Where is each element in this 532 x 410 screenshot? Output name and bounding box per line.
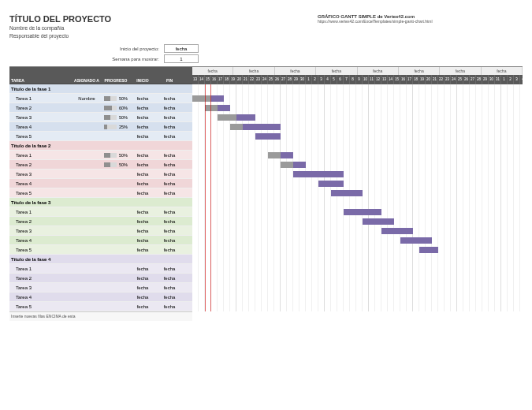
day-header-cell: 24: [262, 75, 268, 84]
task-row[interactable]: Tarea 2fechafecha: [9, 217, 192, 226]
gantt-bar[interactable]: [318, 181, 344, 187]
project-manager: Responsable del proyecto: [9, 32, 111, 39]
task-row[interactable]: Tarea 5fechafecha: [9, 188, 192, 198]
week-label: Semana para mostrar:: [112, 57, 159, 62]
day-header-cell: 30: [299, 75, 306, 84]
gantt-bar[interactable]: [293, 171, 344, 177]
day-header-cell: 27: [470, 75, 476, 84]
gantt-row: [192, 226, 523, 236]
col-start: INICIO: [129, 77, 156, 84]
gantt-bar[interactable]: [419, 247, 438, 253]
day-header-cell: 28: [476, 75, 482, 84]
task-row[interactable]: Tarea 3fechafecha: [9, 283, 192, 293]
date-header-cell: fecha: [233, 67, 274, 75]
task-row[interactable]: Tarea 3fechafecha: [9, 226, 192, 236]
task-row[interactable]: Tarea 3fechafecha: [9, 170, 192, 179]
gantt-bar[interactable]: [331, 190, 363, 196]
week-input[interactable]: 1: [164, 54, 199, 63]
day-header-cell: 21: [243, 75, 249, 84]
gantt-bar[interactable]: [255, 133, 281, 140]
day-header-cell: 24: [451, 75, 457, 84]
day-header-cell: 23: [255, 75, 262, 84]
gantt-bar-done[interactable]: [205, 105, 218, 111]
day-header-cell: 13: [381, 75, 388, 84]
day-header-cell: 4: [325, 75, 331, 84]
task-row[interactable]: Tarea 250%fechafecha: [9, 160, 192, 170]
gantt-bar-done[interactable]: [268, 152, 281, 158]
task-row[interactable]: Tarea 4fechafecha: [9, 293, 192, 302]
day-header-row: 1314151617181920212223242526272829301234…: [192, 75, 523, 84]
col-end: FIN: [156, 77, 183, 84]
gantt-bar[interactable]: [243, 124, 281, 130]
task-row[interactable]: Tarea 4fechafecha: [9, 236, 192, 245]
gantt-row: [192, 132, 523, 141]
day-header-cell: 22: [249, 75, 255, 84]
task-row[interactable]: Tarea 1fechafecha: [9, 207, 192, 217]
gantt-bar[interactable]: [293, 162, 306, 168]
gantt-row: [192, 293, 523, 302]
gantt-bar[interactable]: [363, 218, 394, 225]
day-header-cell: 25: [457, 75, 463, 84]
gantt-row: [192, 113, 523, 122]
task-row[interactable]: Tarea 1fechafecha: [9, 264, 192, 274]
day-header-cell: 7: [344, 75, 350, 84]
gantt-bar[interactable]: [400, 237, 432, 244]
day-header-cell: 13: [192, 75, 199, 84]
gantt-bar-done[interactable]: [192, 95, 211, 102]
day-header-cell: 25: [268, 75, 274, 84]
phase-header: Título de la fase 1: [9, 84, 192, 94]
gantt-row: [192, 245, 523, 255]
date-header-cell: fecha: [440, 67, 481, 75]
day-header-cell: 19: [230, 75, 236, 84]
gantt-bar-done[interactable]: [281, 162, 293, 168]
date-header-cell: fecha: [358, 67, 399, 75]
gantt-bar[interactable]: [381, 228, 413, 234]
day-header-cell: 15: [394, 75, 400, 84]
gantt-row: [192, 207, 523, 217]
task-row[interactable]: Tarea 1Nombre50%fechafecha: [9, 94, 192, 103]
gantt-row: [192, 188, 523, 198]
project-title: TÍTULO DEL PROYECTO: [9, 14, 111, 24]
task-row[interactable]: Tarea 260%fechafecha: [9, 103, 192, 113]
task-row[interactable]: Tarea 5fechafecha: [9, 132, 192, 141]
day-header-cell: 29: [293, 75, 299, 84]
day-header-cell: 14: [199, 75, 205, 84]
day-header-cell: 9: [356, 75, 363, 84]
start-date-input[interactable]: fecha: [164, 44, 199, 53]
day-header-cell: 18: [224, 75, 230, 84]
day-header-cell: 26: [463, 75, 470, 84]
day-header-cell: 27: [281, 75, 287, 84]
gantt-row: [192, 264, 523, 274]
day-header-cell: 16: [211, 75, 218, 84]
day-header-cell: 19: [419, 75, 426, 84]
gantt-chart: fechafechafechafechafechafechafechafecha…: [192, 67, 523, 321]
task-row[interactable]: Tarea 2fechafecha: [9, 274, 192, 283]
task-row[interactable]: Tarea 350%fechafecha: [9, 113, 192, 122]
gantt-row: [192, 236, 523, 245]
gantt-bar[interactable]: [218, 105, 230, 111]
task-row[interactable]: Tarea 150%fechafecha: [9, 151, 192, 160]
gantt-bar-done[interactable]: [230, 124, 243, 130]
col-progress: PROGRESO: [102, 77, 129, 84]
gantt-row: [192, 179, 523, 188]
gantt-bar[interactable]: [344, 209, 381, 215]
task-row[interactable]: Tarea 5fechafecha: [9, 245, 192, 255]
gantt-bar-done[interactable]: [218, 114, 236, 121]
company-name: Nombre de la compañía: [9, 24, 111, 32]
day-header-cell: 1: [501, 75, 508, 84]
gantt-bar[interactable]: [236, 114, 255, 121]
date-header-row: fechafechafechafechafechafechafechafecha: [192, 67, 523, 75]
day-header-cell: 20: [426, 75, 432, 84]
day-header-cell: 17: [407, 75, 413, 84]
credit-link[interactable]: https://www.vertex42.com/ExcelTemplates/…: [318, 19, 523, 24]
task-row[interactable]: Tarea 425%fechafecha: [9, 122, 192, 132]
task-row[interactable]: Tarea 4fechafecha: [9, 179, 192, 188]
insert-row-hint: Inserte nuevas filas ENCIMA de esta: [9, 311, 192, 321]
gantt-row: [192, 151, 523, 160]
gantt-row: [192, 274, 523, 283]
start-label: Inicio del proyecto:: [112, 47, 159, 51]
gantt-bar[interactable]: [281, 152, 293, 158]
task-row[interactable]: Tarea 5fechafecha: [9, 302, 192, 311]
date-header-cell: fecha: [275, 67, 316, 75]
gantt-bar[interactable]: [211, 95, 224, 102]
